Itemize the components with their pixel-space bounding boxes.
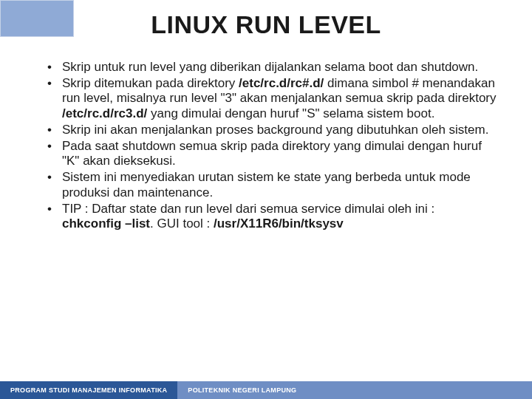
bullet-list: Skrip untuk run level yang diberikan dij… bbox=[44, 60, 497, 232]
content-area: Skrip untuk run level yang diberikan dij… bbox=[44, 60, 497, 232]
header-decoration-block bbox=[0, 0, 74, 37]
footer-bar: PROGRAM STUDI MANAJEMEN INFORMATIKA POLI… bbox=[0, 381, 532, 399]
bullet-item: Pada saat shutdown semua skrip pada dire… bbox=[44, 139, 497, 169]
text-segment: TIP : Daftar state dan run level dari se… bbox=[62, 202, 434, 216]
text-segment: . GUI tool : bbox=[150, 216, 214, 231]
bold-path: /etc/rc.d/rc#.d/ bbox=[239, 76, 324, 90]
text-segment: yang dimulai dengan huruf "S" selama sis… bbox=[147, 106, 434, 120]
bold-command: chkconfig –list bbox=[62, 216, 150, 231]
slide-title: LINUX RUN LEVEL bbox=[0, 0, 532, 39]
text-segment: Skrip ditemukan pada direktory bbox=[62, 76, 239, 90]
footer-institution-label: POLITEKNIK NEGERI LAMPUNG bbox=[177, 381, 532, 399]
bold-path: /etc/rc.d/rc3.d/ bbox=[62, 106, 147, 120]
bullet-item: TIP : Daftar state dan run level dari se… bbox=[44, 202, 497, 232]
bullet-item: Skrip untuk run level yang diberikan dij… bbox=[44, 60, 497, 75]
bullet-item: Skrip ditemukan pada direktory /etc/rc.d… bbox=[44, 76, 497, 122]
footer-program-label: PROGRAM STUDI MANAJEMEN INFORMATIKA bbox=[0, 381, 177, 399]
bullet-item: Skrip ini akan menjalankan proses backgr… bbox=[44, 123, 497, 138]
bullet-item: Sistem ini menyediakan urutan sistem ke … bbox=[44, 170, 497, 200]
bold-path: /usr/X11R6/bin/tksysv bbox=[214, 216, 344, 231]
